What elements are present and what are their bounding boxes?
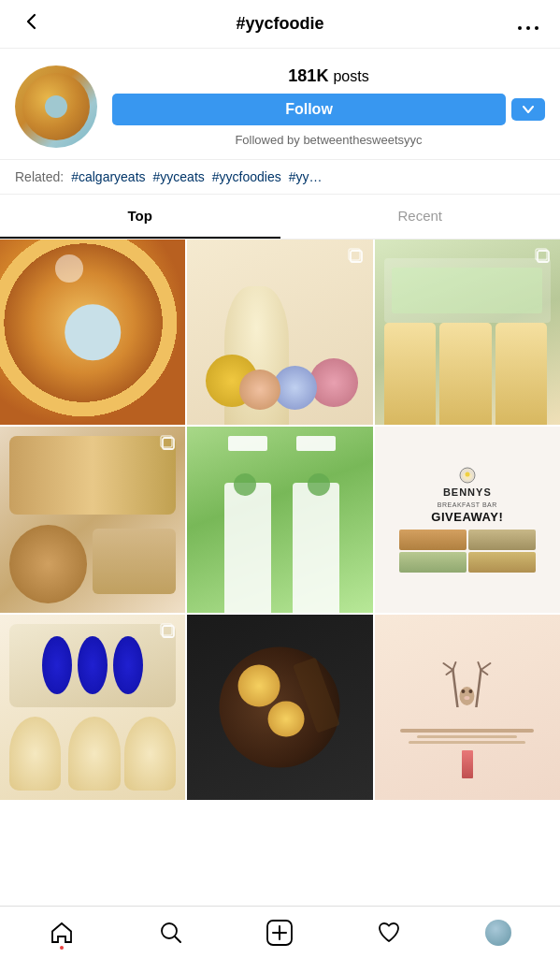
svg-point-11 <box>465 472 469 477</box>
svg-line-20 <box>479 662 481 670</box>
grid-item-3[interactable] <box>375 240 560 425</box>
more-options-button[interactable] <box>511 12 545 36</box>
svg-line-14 <box>453 670 458 707</box>
related-row: Related: #calgaryeats #yyceats #yycfoodi… <box>15 169 545 184</box>
bottom-navigation <box>0 906 560 958</box>
grid-item-4[interactable] <box>0 427 185 612</box>
profile-section: 181K posts Follow Followed by betweenthe… <box>0 49 560 159</box>
svg-line-27 <box>175 936 180 942</box>
tabs-row: Top Recent <box>0 195 560 240</box>
grid-item-9[interactable] <box>375 615 560 800</box>
photo-grid: BENNYS BREAKFAST BAR GIVEAWAY! <box>0 240 560 800</box>
nav-profile[interactable] <box>470 912 526 953</box>
svg-point-0 <box>518 26 522 30</box>
related-section: Related: #calgaryeats #yyceats #yycfoodi… <box>0 159 560 195</box>
follow-row: Follow <box>112 94 545 125</box>
svg-line-18 <box>447 670 453 675</box>
related-tag-2[interactable]: #yyceats <box>153 169 205 184</box>
header: #yycfoodie <box>0 0 560 49</box>
related-tag-1[interactable]: #calgaryeats <box>71 169 145 184</box>
bennys-giveaway: GIVEAWAY! <box>431 510 503 524</box>
grid-item-6[interactable]: BENNYS BREAKFAST BAR GIVEAWAY! <box>375 427 560 612</box>
svg-point-24 <box>469 689 473 693</box>
svg-line-21 <box>481 670 488 675</box>
profile-avatar-nav <box>485 920 511 946</box>
home-active-dot <box>60 946 64 950</box>
nav-search[interactable] <box>143 912 199 953</box>
grid-item-5[interactable] <box>187 427 372 612</box>
multi-icon-3 <box>534 247 553 266</box>
nav-home[interactable] <box>34 912 90 953</box>
svg-line-19 <box>481 663 491 670</box>
svg-line-17 <box>453 662 456 670</box>
follow-dropdown-button[interactable] <box>511 98 545 121</box>
svg-point-23 <box>462 689 466 693</box>
posts-count: 181K posts <box>112 66 545 86</box>
grid-item-7[interactable] <box>0 615 185 800</box>
nav-heart[interactable] <box>361 912 417 953</box>
svg-line-16 <box>444 663 453 670</box>
multi-icon-2 <box>347 247 366 266</box>
related-tag-3[interactable]: #yycfoodies <box>212 169 281 184</box>
nav-add[interactable] <box>251 912 308 953</box>
followed-by-text: Followed by betweenthesweetsyyc <box>112 133 545 147</box>
svg-line-15 <box>477 670 481 707</box>
bennys-name: BENNYS <box>443 486 492 499</box>
page-title: #yycfoodie <box>236 14 323 34</box>
multi-icon-7 <box>159 622 178 641</box>
related-tag-4[interactable]: #yy… <box>289 169 323 184</box>
svg-point-2 <box>535 26 538 30</box>
bennys-sub: BREAKFAST BAR <box>438 501 497 508</box>
back-button[interactable] <box>15 12 49 36</box>
multi-icon-4 <box>159 434 178 453</box>
grid-item-1[interactable] <box>0 240 185 425</box>
follow-button[interactable]: Follow <box>112 94 506 125</box>
related-label: Related: <box>15 169 64 184</box>
tab-recent[interactable]: Recent <box>280 195 561 239</box>
tab-top[interactable]: Top <box>0 195 280 239</box>
profile-stats: 181K posts Follow Followed by betweenthe… <box>112 66 545 147</box>
hashtag-avatar <box>15 65 97 148</box>
svg-point-1 <box>526 26 530 30</box>
svg-point-25 <box>465 696 470 700</box>
grid-item-2[interactable] <box>187 240 372 425</box>
grid-item-8[interactable] <box>187 615 372 800</box>
